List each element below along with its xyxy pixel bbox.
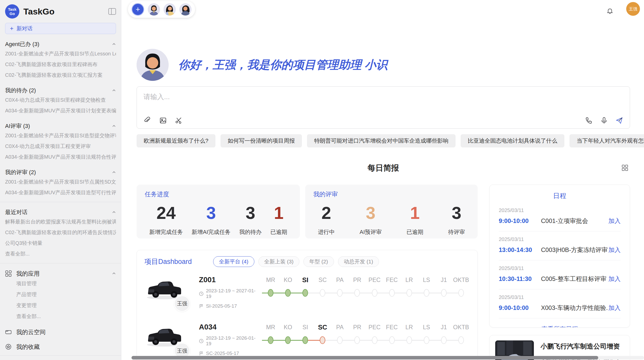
send-icon[interactable]	[616, 117, 623, 124]
sidebar-task-item[interactable]: A034-全新新能源MUV产品开发项目法规符合性评审	[5, 152, 116, 162]
image-icon[interactable]	[159, 117, 167, 124]
sidebar-task-item[interactable]: C02-飞腾新能源轻客改款项目里程碑画布	[5, 59, 116, 70]
join-link[interactable]: 加入	[608, 304, 621, 312]
dashboard-tab[interactable]: 全新平台 (4)	[213, 256, 254, 267]
attachment-icon[interactable]	[143, 117, 151, 124]
add-agent-button[interactable]: +	[131, 3, 144, 16]
microphone-icon[interactable]	[600, 117, 608, 124]
project-code: Z001	[199, 276, 260, 284]
sidebar-task-item[interactable]: Z001-全新燃油轻卡产品开发项目SI节点属性5D文件评审	[5, 176, 116, 187]
chevron-up-icon[interactable]	[112, 88, 116, 93]
dashboard-tab[interactable]: 动总开发 (1)	[338, 256, 379, 267]
milestone-dot[interactable]	[424, 336, 429, 344]
milestone-dot[interactable]	[285, 289, 291, 297]
milestone-dot[interactable]	[458, 336, 464, 344]
project-row[interactable]: 王强Z0012023-12-19 ~ 2027-01-19SI-2025-05-…	[144, 276, 470, 314]
view-all-apps-link[interactable]: 查看全部...	[5, 311, 116, 322]
milestone-dot[interactable]	[372, 336, 377, 344]
milestone-dot[interactable]	[320, 289, 325, 297]
join-link[interactable]: 加入	[608, 217, 621, 225]
view-all-schedule-link[interactable]: 查看所有日程	[499, 325, 621, 327]
suggestion-chip[interactable]: 特朗普可能对进口汽车增税会对中国车企造成哪些影响	[307, 134, 456, 147]
chat-input[interactable]	[143, 92, 550, 107]
new-chat-button[interactable]: + 新对话	[5, 23, 116, 34]
scissors-icon[interactable]	[175, 117, 183, 124]
scrollbar-thumb[interactable]	[131, 356, 598, 359]
daily-brief-cards: 任务进度24新增完成任务3新增AI完成任务3我的待办1已逾期我的评审2进行中3A…	[137, 185, 478, 238]
milestone: OKTB	[452, 323, 470, 360]
recent-conversation-item[interactable]: C02-飞腾新能源轻客改款项目的闭环通告反馈情况	[5, 227, 116, 238]
sidebar-task-item[interactable]: C0X4-动力总成开发项目工程变更评审	[5, 141, 116, 152]
milestone-dot[interactable]	[372, 289, 377, 297]
chat-input-card	[137, 86, 630, 129]
milestone-dot[interactable]	[458, 289, 464, 297]
milestone-dot[interactable]	[302, 336, 308, 344]
app-item[interactable]: 产品管理	[5, 289, 116, 300]
layout-grid-icon[interactable]	[621, 164, 628, 171]
milestone-dot[interactable]	[354, 336, 360, 344]
collapse-sidebar-icon[interactable]	[108, 8, 116, 15]
milestone-dot[interactable]	[302, 289, 308, 297]
milestone-dot[interactable]	[424, 289, 429, 297]
my-apps-header[interactable]: 我的应用	[5, 269, 116, 278]
chevron-up-icon[interactable]	[112, 170, 116, 174]
notification-bell-icon[interactable]	[606, 8, 613, 15]
sidebar-task-item[interactable]: C0X4-动力总成开发项目SI里程碑提交物检查	[5, 95, 116, 105]
app-item[interactable]: 项目管理	[5, 278, 116, 289]
stat-card: 任务进度24新增完成任务3新增AI完成任务3我的待办1已逾期	[137, 185, 300, 238]
my-favorites[interactable]: 我的收藏	[5, 342, 116, 351]
milestone-dot[interactable]	[354, 289, 360, 297]
avatar[interactable]	[179, 3, 192, 16]
milestone-dot[interactable]	[268, 289, 273, 297]
chevron-up-icon[interactable]	[112, 124, 116, 128]
suggestion-chip[interactable]: 如何写一份清晰的项目周报	[221, 134, 302, 147]
milestone-dot[interactable]	[441, 289, 447, 297]
sidebar-task-item[interactable]: C02-飞腾新能源轻客改款项目立项汇报方案	[5, 70, 116, 80]
milestone-dot-zone	[418, 288, 435, 298]
milestone-dot[interactable]	[268, 336, 273, 344]
clock-icon	[199, 339, 204, 343]
chevron-up-icon[interactable]	[112, 42, 116, 46]
milestone-dot[interactable]	[285, 336, 291, 344]
milestone-dot[interactable]	[320, 336, 325, 344]
milestone-dot[interactable]	[389, 289, 395, 297]
app-item[interactable]: 变更管理	[5, 300, 116, 311]
chevron-up-icon[interactable]	[112, 272, 116, 276]
avatar[interactable]	[148, 3, 160, 16]
suggestion-chip[interactable]: 比亚迪全固态电池计划具体说了什么	[461, 134, 564, 147]
sidebar-task-item[interactable]: Z001-全新燃油轻卡产品开发项目SI造型提交物评审	[5, 130, 116, 141]
milestone-dot[interactable]	[406, 289, 412, 297]
join-link[interactable]: 加入	[608, 246, 621, 254]
recent-conversation-item[interactable]: 公司Q3轻卡销量	[5, 238, 116, 248]
milestone-dot[interactable]	[337, 289, 343, 297]
my-cloud-space[interactable]: 我的云空间	[5, 327, 116, 337]
avatar[interactable]	[164, 3, 176, 16]
dashboard-tab[interactable]: 年型 (2)	[303, 256, 334, 267]
milestone-dot[interactable]	[406, 336, 412, 344]
section-title: Agent已办 (3)	[5, 40, 112, 48]
sidebar-task-item[interactable]: A034-全新新能源MUV产品开发项目计划变更表编写	[5, 105, 116, 116]
milestone-label: MR	[262, 276, 279, 284]
clock-icon	[199, 291, 204, 296]
view-all-conversations-link[interactable]: 查看全部...	[5, 248, 116, 259]
stat-value: 1	[270, 203, 287, 223]
suggestion-chip[interactable]: 欧洲新规最近颁布了什么?	[137, 134, 215, 147]
dashboard-tab[interactable]: 全新上装 (3)	[258, 256, 300, 267]
recent-conversation-item[interactable]: 解释最新出台的欧盟报废车法规再生塑料比例被调至15%...	[5, 216, 116, 227]
milestone-dot-zone	[348, 335, 366, 345]
milestone-dot-zone	[279, 288, 297, 298]
milestone-label: LS	[418, 323, 435, 332]
suggestion-chip[interactable]: 当下年轻人对汽车外观有怎样的喜好趋势	[569, 134, 644, 147]
join-link[interactable]: 加入	[608, 275, 621, 283]
user-avatar[interactable]: 王强	[626, 2, 640, 16]
milestone-dot[interactable]	[337, 336, 343, 344]
phone-icon[interactable]	[585, 117, 593, 124]
milestone-dot[interactable]	[441, 336, 447, 344]
sidebar-task-item[interactable]: A034-全新新能源MUV产品开发项目造型可行性评审	[5, 187, 116, 198]
stat-column: 1已逾期	[270, 203, 287, 236]
project-row[interactable]: 王强A0342023-12-19 ~ 2026-01-19SC-2025-05-…	[144, 323, 470, 360]
chevron-up-icon[interactable]	[112, 210, 116, 214]
milestone: LS	[418, 276, 435, 314]
milestone-dot[interactable]	[389, 336, 395, 344]
sidebar-task-item[interactable]: Z001-全新燃油皮卡产品开发项目SI节点Lesson Learn报告	[5, 48, 116, 59]
